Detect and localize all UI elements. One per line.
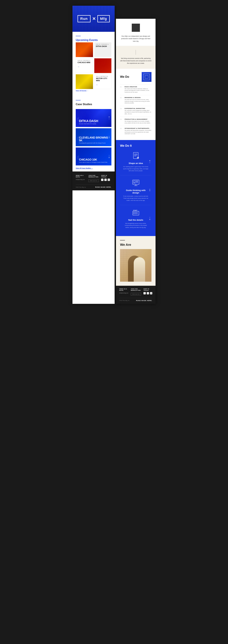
rp-footer-bottom: ©2017 Run Mfg, Inc. RUNS MADE HERE. (119, 298, 152, 302)
ditka-image (76, 42, 93, 57)
step1-desc: Our starting point is good story. From i… (122, 166, 149, 172)
grid-icon-svg: START (132, 208, 140, 216)
svg-rect-13 (133, 182, 135, 183)
footer-grid: Send us a Note: info@runmfg.com Join our… (76, 175, 111, 182)
motor-city-title: MOTOR CITY MINI (96, 78, 110, 82)
svg-point-22 (136, 213, 136, 214)
event-card-motor-city-info[interactable]: JUL 4 / DETROIT MI MOTOR CITY MINI ← (94, 74, 112, 89)
rp-footer-email-input[interactable] (131, 293, 141, 296)
rp-footer-keep-in-touch: Keep in touch: (144, 288, 152, 291)
chicago-mini-image (94, 58, 112, 73)
person-2 (134, 257, 145, 282)
facebook-icon[interactable]: f (101, 179, 103, 181)
rp-footer-grid: Send us a Note: info@runmfg.com Join our… (119, 288, 152, 296)
svg-rect-12 (136, 182, 138, 182)
svg-point-17 (135, 212, 135, 213)
chicago-dots (109, 155, 109, 158)
events-heading: Upcoming Events (76, 39, 111, 42)
ditka-date: JUN 10 / CHICAGO IL (96, 44, 110, 45)
rp-how-step-1: Shape an idea Our starting point is good… (120, 148, 151, 176)
motor-city-date: JUL 4 / DETROIT MI (96, 76, 110, 77)
rp-wwd-image (142, 72, 151, 82)
footer-col-newsletter: Join our Newsletter: (88, 175, 99, 182)
events-section: Upcoming Events JUN 10 / CHICAGO IL DITK… (72, 32, 115, 96)
rp-wwd-heading: We Do (120, 75, 129, 78)
rp-footer-note-label: Send us a Note: (119, 288, 128, 291)
guide-icon (122, 179, 149, 188)
event-card-motor-city-img (76, 74, 93, 89)
step2-desc: To be memorable, a story must be well to… (122, 195, 149, 202)
case-study-chicago[interactable]: CASE STUDY 03 CHICAGO 10K From start & f… (76, 148, 111, 166)
rp-wwd-1: 01 RACE CREATION We create races that ar… (120, 84, 151, 93)
dot-1 (109, 155, 109, 156)
events-grid: JUN 10 / CHICAGO IL DITKA DASH JUN 18 / … (76, 42, 111, 89)
event-card-ditka-info[interactable]: JUN 10 / CHICAGO IL DITKA DASH (94, 42, 112, 57)
svg-rect-11 (136, 181, 138, 182)
dot-2 (109, 156, 109, 157)
monitor-icon-svg (132, 179, 140, 187)
ditka-dots (109, 116, 109, 120)
linkedin-icon[interactable]: in (108, 179, 110, 181)
rp-wwd-5: 05 SPONSORSHIP & PARTNERSHIPS We partner… (120, 126, 151, 135)
svg-rect-15 (133, 211, 139, 215)
footer-col-note: Send us a Note: info@runmfg.com (76, 175, 86, 182)
nail-icon: START (122, 208, 149, 217)
rp-footer-email: info@runmfg.com (119, 292, 128, 294)
timeline-line-1 (132, 24, 140, 32)
who-section-line (120, 240, 125, 240)
footer-email-input[interactable] (88, 179, 99, 182)
timeline-line-2 (136, 50, 136, 55)
svg-point-16 (133, 212, 134, 213)
twitter-icon[interactable]: t (104, 179, 107, 181)
rp-about: Run Mfg is an independent race design an… (116, 19, 156, 46)
step1-dots (150, 160, 150, 163)
who-we-are-heading: We Are (120, 243, 151, 246)
svg-point-21 (135, 213, 135, 214)
footer-bottom: ©2017 Run Mfg, Inc. RUNS MADE HERE. (76, 184, 111, 188)
side-page: Run Mfg is an independent race design an… (116, 19, 156, 304)
svg-text:START: START (133, 210, 137, 211)
rp-what-we-do: We Do 01 RACE CREATION We create races t… (116, 69, 156, 140)
case-studies-heading: Case Studies (76, 103, 111, 106)
rp-facebook-icon[interactable]: f (144, 292, 146, 294)
footer-col-social: Keep in touch: f t in (101, 175, 111, 182)
case-studies-line (76, 100, 81, 100)
view-all-events-link[interactable]: View All Events (76, 90, 88, 92)
case-study-ditka[interactable]: CASE STUDY 01 DITKA DASH Da race that th… (76, 109, 111, 127)
dot-active (150, 219, 150, 220)
event-card-ditka-img[interactable] (76, 42, 93, 57)
chicago-content: CHICAGO 10K From start & finish in Chica… (79, 158, 108, 163)
svg-point-18 (136, 212, 136, 213)
event-card-chicago-mini-img (94, 58, 112, 73)
motor-city-arrow: ← (94, 83, 111, 86)
step1-title: Shape an idea (122, 162, 149, 164)
rp-who: We Are (116, 236, 156, 286)
footer-tagline: RUNS MADE HERE. (95, 186, 112, 188)
footer-newsletter-label: Join our Newsletter: (88, 175, 99, 178)
svg-point-23 (137, 213, 137, 214)
browns-dots (109, 136, 109, 139)
who-image (120, 249, 151, 282)
step2-dots (150, 188, 150, 192)
view-all-case-link[interactable]: View All Case Studies (76, 168, 111, 169)
hero-section: Run ✕ Mfg (72, 6, 115, 32)
case-study-browns[interactable]: CASE STUDY 02 CLEVELAND BROWNS 5K Poundi… (76, 128, 111, 146)
rp-footer: Send us a Note: info@runmfg.com Join our… (116, 286, 156, 304)
footer-copyright: ©2017 Run Mfg, Inc. (76, 187, 86, 188)
main-page: Run ✕ Mfg Upcoming Events (72, 6, 115, 304)
dot-3 (109, 157, 109, 158)
rp-linkedin-icon[interactable]: in (150, 292, 152, 294)
rp-footer-tagline: RUNS MADE HERE. (136, 300, 152, 302)
rp-wwd-3: 03 EXPERIENTIAL MARKETING We customize c… (120, 106, 151, 115)
rp-about-text: Run Mfg is an independent race design an… (120, 35, 151, 42)
event-card-chicago-mini[interactable]: JUN 18 / CHICAGO IL CHICAGO MINI → (76, 58, 93, 73)
rp-twitter-icon[interactable]: t (147, 292, 149, 294)
dot-1 (109, 116, 109, 117)
rp-wwd-2: 02 BRANDING & DESIGN We build each race … (120, 95, 151, 104)
rp-footer-newsletter-label: Join our Newsletter: (131, 288, 141, 291)
logo-x: ✕ (92, 16, 96, 21)
rp-footer-social: f t in (144, 292, 152, 294)
logo-mfg: Mfg (97, 15, 110, 22)
section-line (76, 36, 81, 36)
dot-3 (109, 119, 109, 120)
